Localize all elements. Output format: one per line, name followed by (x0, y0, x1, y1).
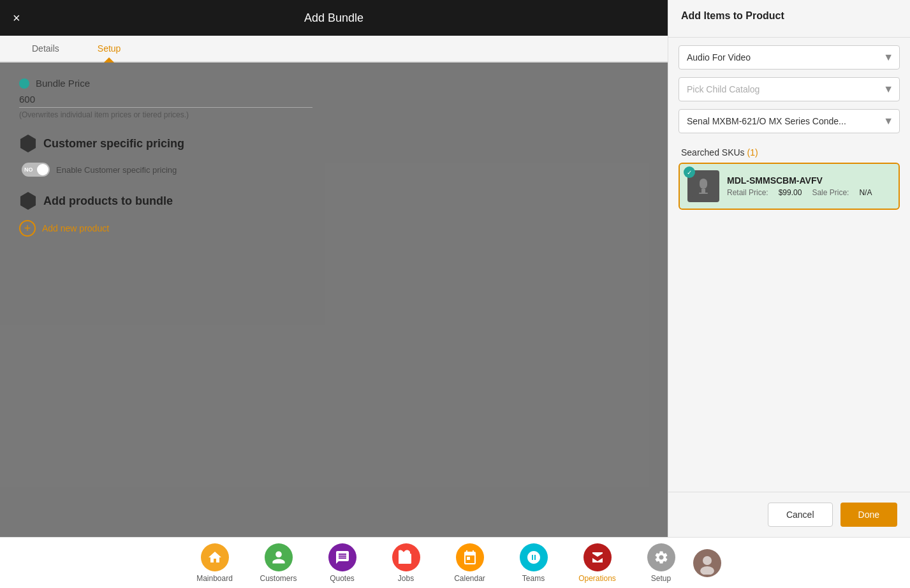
jobs-icon (392, 543, 420, 571)
catalog-dropdown-wrapper: Pick Child Catalog ▼ (679, 77, 900, 101)
close-button[interactable]: × (13, 11, 20, 24)
add-products-title: Add products to bundle (43, 195, 173, 208)
searched-skus-header: Searched SKUs (1) (668, 141, 910, 163)
add-product-section: + Add new product (19, 220, 649, 237)
product-dropdown[interactable]: Senal MXBM-621/O MX Series Conde... (679, 109, 900, 133)
add-product-label[interactable]: Add new product (42, 223, 109, 233)
toggle-description: Enable Customer specific pricing (56, 165, 177, 175)
searched-skus-count: (1) (747, 147, 758, 158)
right-panel-title: Add Items to Product (681, 10, 897, 22)
teams-label: Teams (522, 574, 545, 583)
done-button[interactable]: Done (840, 503, 897, 527)
customer-pricing-icon (19, 135, 37, 152)
nav-item-operations[interactable]: Operations (566, 538, 629, 588)
modal-content: Bundle Price 600 (Overwrites individual … (0, 62, 668, 537)
customer-pricing-toggle[interactable]: NO (22, 163, 50, 177)
catalog-dropdown[interactable]: Pick Child Catalog (679, 77, 900, 101)
setup-icon (647, 543, 675, 571)
sale-price-amount: N/A (859, 188, 872, 197)
modal-header: × Add Bundle (0, 0, 668, 36)
customers-label: Customers (260, 574, 297, 583)
nav-item-teams[interactable]: Teams (502, 538, 566, 588)
tab-setup[interactable]: Setup (78, 36, 140, 61)
svg-rect-1 (700, 179, 707, 189)
sku-details: MDL-SMMSCBM-AVFV Retail Price: $99.00 Sa… (727, 175, 891, 197)
mainboard-icon (201, 543, 229, 571)
setup-label: Setup (651, 574, 671, 583)
quotes-icon (328, 543, 356, 571)
operations-icon (583, 543, 612, 571)
sku-name: MDL-SMMSCBM-AVFV (727, 175, 891, 186)
sku-prices: Retail Price: $99.00 Sale Price: N/A (727, 188, 891, 197)
toggle-row: NO Enable Customer specific pricing (22, 163, 649, 177)
nav-item-setup[interactable]: Setup (629, 538, 693, 588)
customer-pricing-title: Customer specific pricing (43, 137, 184, 151)
tab-details[interactable]: Details (13, 36, 78, 61)
user-avatar[interactable] (693, 549, 721, 577)
modal-title: Add Bundle (304, 11, 363, 25)
right-panel-dropdowns: Audio For Video ▼ Pick Child Catalog ▼ S… (668, 38, 910, 141)
sale-price-label: Sale Price: (812, 188, 849, 197)
cancel-button[interactable]: Cancel (768, 503, 833, 527)
retail-price-label: Retail Price: (727, 188, 768, 197)
retail-price-amount: $99.00 (779, 188, 802, 197)
tabs-bar: Details Setup (0, 36, 668, 62)
nav-item-quotes[interactable]: Quotes (311, 538, 374, 588)
product-dropdown-wrapper: Senal MXBM-621/O MX Series Conde... ▼ (679, 109, 900, 133)
category-dropdown-wrapper: Audio For Video ▼ (679, 45, 900, 70)
jobs-label: Jobs (398, 574, 414, 583)
bundle-price-row: Bundle Price (19, 78, 649, 89)
nav-item-customers[interactable]: Customers (247, 538, 311, 588)
teams-icon (520, 543, 548, 571)
nav-item-calendar[interactable]: Calendar (438, 538, 502, 588)
svg-rect-2 (701, 189, 705, 193)
add-products-icon (19, 192, 37, 210)
customer-pricing-heading: Customer specific pricing (19, 135, 649, 152)
hex-shape-2 (19, 192, 37, 210)
product-image-svg (692, 175, 715, 198)
bottom-nav: Mainboard Customers Quotes Jobs (0, 537, 910, 588)
searched-skus-label: Searched SKUs (681, 147, 745, 158)
right-panel-header: Add Items to Product (668, 0, 910, 38)
bundle-price-indicator (19, 78, 29, 89)
nav-item-mainboard[interactable]: Mainboard (183, 538, 247, 588)
toggle-knob (37, 164, 48, 175)
add-product-button[interactable]: + (19, 220, 36, 237)
main-area: × Add Bundle Details Setup Bundle Price … (0, 0, 910, 537)
add-products-heading: Add products to bundle (19, 192, 649, 210)
left-panel: × Add Bundle Details Setup Bundle Price … (0, 0, 668, 537)
hex-shape (19, 135, 37, 152)
calendar-icon (456, 543, 484, 571)
bundle-price-note: (Overwrites individual item prices or ti… (19, 110, 649, 119)
calendar-label: Calendar (454, 574, 485, 583)
mainboard-label: Mainboard (196, 574, 233, 583)
svg-rect-3 (699, 193, 708, 194)
svg-point-5 (703, 556, 712, 565)
operations-label: Operations (578, 574, 616, 583)
toggle-label-text: NO (24, 166, 33, 173)
bundle-price-label: Bundle Price (36, 78, 90, 89)
quotes-label: Quotes (330, 574, 355, 583)
customers-icon (265, 543, 293, 571)
sku-check-icon: ✓ (684, 166, 695, 178)
right-panel: Add Items to Product Audio For Video ▼ P… (668, 0, 910, 537)
sku-item[interactable]: ✓ MDL-SMMSCBM-AVFV Retail Price: $99.00 … (679, 163, 900, 210)
sku-image: ✓ (687, 170, 719, 202)
bundle-price-value[interactable]: 600 (19, 94, 312, 108)
right-panel-footer: Cancel Done (668, 492, 910, 537)
nav-item-jobs[interactable]: Jobs (374, 538, 438, 588)
category-dropdown[interactable]: Audio For Video (679, 45, 900, 70)
